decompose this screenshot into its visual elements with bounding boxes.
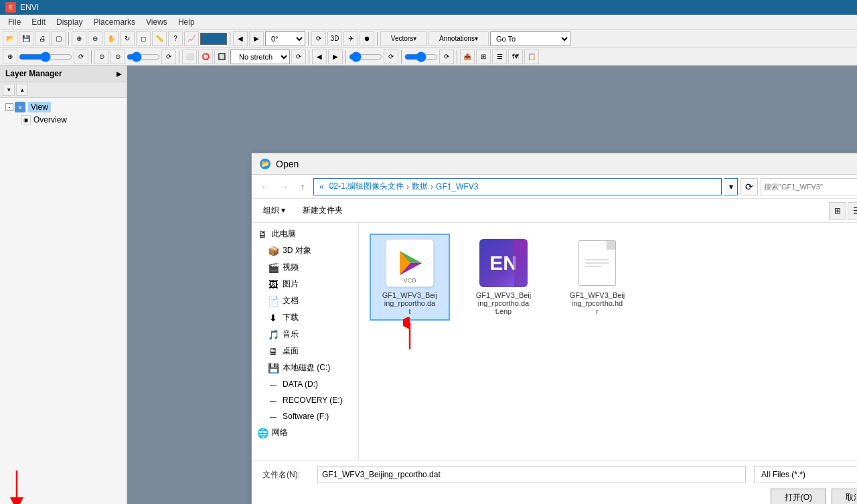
toolbar-back-btn[interactable]: ◀ — [233, 31, 248, 46]
menu-file[interactable]: File — [3, 16, 26, 28]
nav-item-video[interactable]: 🎬 视频 — [252, 259, 358, 276]
tb2-rect[interactable]: ⬜ — [182, 50, 197, 64]
tb2-refresh5[interactable]: ⟳ — [439, 50, 454, 64]
nav-item-d-label: DATA (D:) — [283, 380, 318, 389]
toolbar-save-btn[interactable]: 💾 — [19, 31, 33, 46]
nav-item-d[interactable]: — DATA (D:) — [252, 376, 358, 392]
nav-item-c[interactable]: 💾 本地磁盘 (C:) — [252, 359, 358, 376]
lm-btn-expand[interactable]: ▾ — [3, 84, 15, 96]
sep5 — [91, 50, 92, 64]
tb2-refresh[interactable]: ⟳ — [74, 50, 88, 64]
open-btn[interactable]: 打开(O) — [771, 489, 826, 504]
tb2-refresh2[interactable]: ⟳ — [161, 50, 176, 64]
path-segment-1[interactable]: 02-1.编辑图像头文件 — [329, 181, 404, 192]
cancel-btn[interactable]: 取消 — [832, 489, 857, 504]
nav-item-e[interactable]: — RECOVERY (E:) — [252, 392, 358, 408]
tb2-roam2[interactable]: ⊙ — [110, 50, 125, 64]
tb2-fill[interactable]: 🔲 — [214, 50, 229, 64]
sep10 — [457, 50, 457, 64]
toolbar-fwd-btn[interactable]: ▶ — [249, 31, 264, 46]
toolbar-zoom-out-btn[interactable]: ⊖ — [88, 31, 102, 46]
nav-item-computer[interactable]: 🖥 此电脑 — [252, 226, 358, 242]
angle-selector[interactable]: 0° — [265, 31, 305, 46]
tree-item-view[interactable]: - V View — [3, 100, 124, 114]
menu-edit[interactable]: Edit — [26, 16, 51, 28]
filename-input[interactable] — [317, 466, 746, 483]
menu-help[interactable]: Help — [173, 16, 200, 28]
tb2-circle[interactable]: ⭕ — [198, 50, 213, 64]
tb2-legend[interactable]: 📋 — [524, 50, 539, 64]
filetype-select[interactable]: All Files (*.*) — [755, 467, 857, 483]
roam-slider[interactable] — [127, 52, 160, 62]
nav-item-docs[interactable]: 📄 文档 — [252, 292, 358, 309]
path-dropdown[interactable]: ▾ — [724, 178, 738, 195]
toolbar-record-btn[interactable]: ⏺ — [360, 31, 374, 46]
tb2-refresh4[interactable]: ⟳ — [384, 50, 398, 64]
tb2-roam[interactable]: ⊙ — [94, 50, 109, 64]
sep9 — [401, 50, 402, 64]
menu-placemarks[interactable]: Placemarks — [88, 16, 141, 28]
tree-overview-label: Overview — [33, 115, 67, 124]
tb2-btn1[interactable]: ⊕ — [3, 50, 17, 64]
toolbar-fly-btn[interactable]: ✈ — [343, 31, 358, 46]
lm-btn-collapse[interactable]: ▴ — [16, 84, 28, 96]
opacity-slider[interactable] — [349, 52, 382, 62]
toolbar-open-btn[interactable]: 📂 — [3, 31, 17, 46]
file-item-1[interactable]: EN GF1_WFV3_Beijing_rpcortho.dat.enp — [463, 234, 544, 321]
annotations-btn[interactable]: Annotations▾ — [428, 31, 489, 46]
stretch-selector[interactable]: No stretch — [230, 50, 290, 64]
tb2-grid[interactable]: ⊞ — [476, 50, 491, 64]
goto-selector[interactable]: Go To — [490, 31, 570, 46]
new-folder-btn[interactable]: 新建文件夹 — [297, 202, 349, 220]
nav-item-downloads[interactable]: ⬇ 下载 — [252, 309, 358, 326]
tree-expand-view[interactable]: - — [5, 103, 13, 111]
nav-item-3d[interactable]: 📦 3D 对象 — [252, 242, 358, 259]
nav-back-btn[interactable]: ← — [257, 179, 273, 195]
tb2-list[interactable]: ☰ — [492, 50, 507, 64]
toolbar-measure-btn[interactable]: 📏 — [152, 31, 167, 46]
nav-up-btn[interactable]: ↑ — [295, 179, 311, 195]
menu-views[interactable]: Views — [141, 16, 173, 28]
path-segment-2[interactable]: 数据 — [412, 181, 428, 192]
toolbar-query-btn[interactable]: ? — [168, 31, 183, 46]
file-item-2[interactable]: GF1_WFV3_Beijing_rpcortho.hdr — [557, 234, 637, 321]
path-segment-0[interactable]: « — [319, 182, 324, 191]
tb2-map[interactable]: 🗺 — [508, 50, 523, 64]
toolbar-print-btn[interactable]: 🖨 — [35, 31, 50, 46]
toolbar-rotate-btn[interactable]: ↻ — [120, 31, 135, 46]
file-item-0[interactable]: VCD GF1_WFV3_Beijing_rpcortho.dat — [370, 234, 450, 321]
path-segment-3[interactable]: GF1_WFV3 — [436, 182, 478, 191]
nav-item-pictures[interactable]: 🖼 图片 — [252, 276, 358, 292]
view-area: https://blog.csdn.net/hdouble/article/de… — [127, 66, 857, 504]
nav-item-network[interactable]: 🌐 网络 — [252, 424, 358, 441]
search-input[interactable] — [764, 183, 857, 191]
toolbar-profile-btn[interactable]: 📈 — [184, 31, 199, 46]
toolbar-zoom-in-btn[interactable]: ⊕ — [72, 31, 86, 46]
view-grid-btn[interactable]: ⊞ — [829, 202, 846, 220]
toolbar-pointer-btn[interactable]: ▢ — [51, 31, 66, 46]
layer-manager-collapse[interactable]: ▸ — [116, 68, 121, 79]
organize-btn[interactable]: 组织 ▾ — [257, 202, 291, 220]
brightness-slider[interactable] — [404, 52, 438, 62]
vectors-btn[interactable]: Vectors▾ — [380, 31, 427, 46]
tb2-back[interactable]: ◀ — [312, 50, 327, 64]
address-refresh-btn[interactable]: ⟳ — [741, 178, 758, 195]
toolbar-3d-btn[interactable]: 3D — [327, 31, 342, 46]
nav-item-desktop[interactable]: 🖥 桌面 — [252, 343, 358, 359]
toolbar-pan-btn[interactable]: ✋ — [104, 31, 119, 46]
dialog-icon: 📂 — [260, 159, 270, 169]
nav-forward-btn[interactable]: → — [276, 179, 292, 195]
toolbar-sync-btn[interactable]: ⟳ — [311, 31, 326, 46]
menu-display[interactable]: Display — [51, 16, 88, 28]
zoom-slider[interactable] — [19, 52, 72, 62]
tb2-refresh3[interactable]: ⟳ — [291, 50, 306, 64]
view-list-btn[interactable]: ☰ — [848, 202, 857, 220]
tb2-fwd[interactable]: ▶ — [328, 50, 343, 64]
nav-item-music[interactable]: 🎵 音乐 — [252, 326, 358, 343]
tb2-export[interactable]: 📤 — [460, 50, 475, 64]
tree-item-overview[interactable]: ▣ Overview — [3, 114, 124, 126]
toolbar-select-btn[interactable]: ◻ — [136, 31, 151, 46]
color-selector[interactable] — [200, 33, 227, 45]
nav-item-f[interactable]: — Software (F:) — [252, 408, 358, 424]
nav-item-docs-label: 文档 — [283, 295, 299, 307]
